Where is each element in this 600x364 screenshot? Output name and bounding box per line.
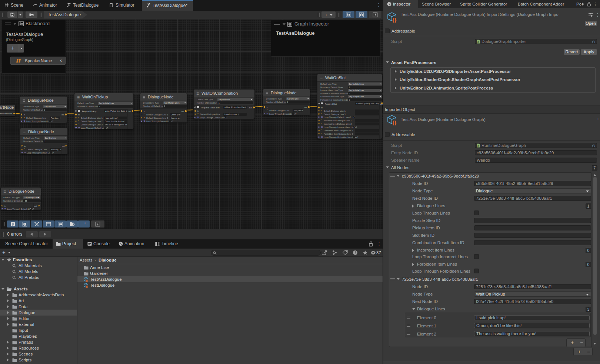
svg-text:{}: {} (86, 279, 88, 282)
svg-text:{}: {} (392, 119, 397, 125)
svg-text:{}: {} (86, 285, 88, 288)
svg-text:{}: {} (392, 17, 397, 23)
svg-text:#: # (477, 145, 479, 147)
svg-text:#: # (477, 41, 479, 43)
